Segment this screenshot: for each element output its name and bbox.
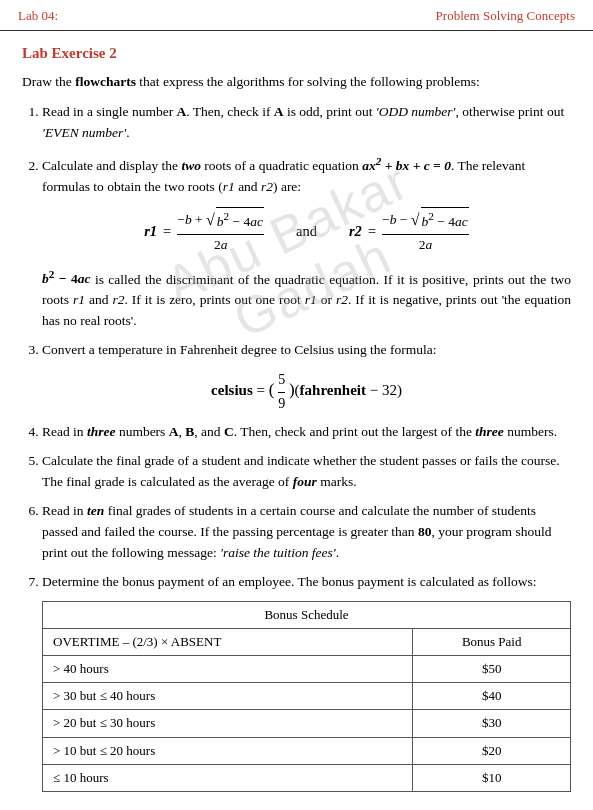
header-left: Lab 04: — [18, 8, 58, 24]
page-header: Lab 04: Problem Solving Concepts — [0, 0, 593, 31]
table-row: > 40 hours $50 — [43, 656, 571, 683]
item-5-text: Calculate the final grade of a student a… — [42, 453, 560, 489]
table-row: > 10 but ≤ 20 hours $20 — [43, 737, 571, 764]
col1-header: OVERTIME – (2/3) × ABSENT — [43, 628, 413, 655]
list-item: Read in three numbers A, B, and C. Then,… — [42, 422, 571, 443]
item-6-text: Read in ten final grades of students in … — [42, 503, 551, 560]
list-item: Read in a single number A. Then, check i… — [42, 102, 571, 144]
condition-cell: > 30 but ≤ 40 hours — [43, 683, 413, 710]
discriminant-text: b2 − 4ac is called the discriminant of t… — [42, 266, 571, 332]
condition-cell: > 10 but ≤ 20 hours — [43, 737, 413, 764]
bonus-cell: $10 — [413, 764, 571, 791]
r2-formula: r2 = −b − √b2 − 4ac 2a — [349, 207, 469, 255]
condition-cell: ≤ 10 hours — [43, 764, 413, 791]
lab-title: Lab Exercise 2 — [22, 45, 571, 62]
table-row: > 30 but ≤ 40 hours $40 — [43, 683, 571, 710]
list-item: Read in ten final grades of students in … — [42, 501, 571, 564]
bonus-cell: $50 — [413, 656, 571, 683]
table-col-header-row: OVERTIME – (2/3) × ABSENT Bonus Paid — [43, 628, 571, 655]
bonus-cell: $40 — [413, 683, 571, 710]
quadratic-formula: r1 = −b + √b2 − 4ac 2a — [42, 207, 571, 255]
exercise-list: Read in a single number A. Then, check i… — [22, 102, 571, 792]
table-row: > 20 but ≤ 30 hours $30 — [43, 710, 571, 737]
header-right: Problem Solving Concepts — [436, 8, 575, 24]
list-item: Calculate the final grade of a student a… — [42, 451, 571, 493]
table-title-row: Bonus Schedule — [43, 601, 571, 628]
item-2-text: Calculate and display the two roots of a… — [42, 158, 525, 194]
bonus-cell: $30 — [413, 710, 571, 737]
intro-text: Draw the flowcharts that express the alg… — [22, 72, 571, 92]
item-7-text: Determine the bonus payment of an employ… — [42, 574, 537, 589]
bonus-cell: $20 — [413, 737, 571, 764]
main-content: Lab Exercise 2 Draw the flowcharts that … — [0, 45, 593, 810]
item-1-text: Read in a single number A. Then, check i… — [42, 104, 564, 140]
item-4-text: Read in three numbers A, B, and C. Then,… — [42, 424, 557, 439]
table-title: Bonus Schedule — [43, 601, 571, 628]
list-item: Convert a temperature in Fahrenheit degr… — [42, 340, 571, 414]
list-item: Determine the bonus payment of an employ… — [42, 572, 571, 792]
list-item: Calculate and display the two roots of a… — [42, 152, 571, 332]
r1-formula: r1 = −b + √b2 − 4ac 2a — [144, 207, 264, 255]
condition-cell: > 20 but ≤ 30 hours — [43, 710, 413, 737]
col2-header: Bonus Paid — [413, 628, 571, 655]
and-separator: and — [296, 220, 317, 242]
item-3-text: Convert a temperature in Fahrenheit degr… — [42, 342, 436, 357]
celsius-formula: celsius = ( 5 9 )(fahrenheit − 32) — [42, 369, 571, 414]
table-row: ≤ 10 hours $10 — [43, 764, 571, 791]
bonus-table: Bonus Schedule OVERTIME – (2/3) × ABSENT… — [42, 601, 571, 792]
condition-cell: > 40 hours — [43, 656, 413, 683]
